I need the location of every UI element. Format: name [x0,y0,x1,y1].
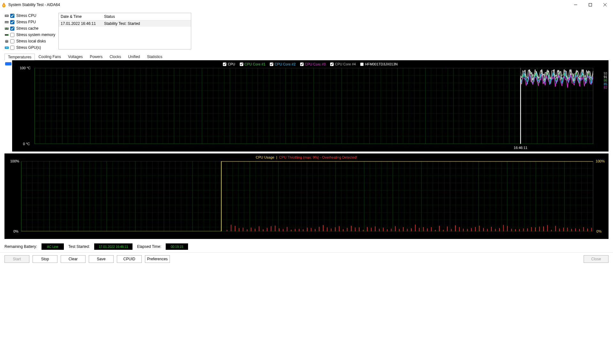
legend-checkbox[interactable] [360,63,364,66]
legend-item[interactable]: HFM001TD3JX013N [360,62,397,66]
scrollbar-thumb[interactable] [5,62,11,65]
legend-label: CPU [228,62,235,66]
event-col-datetime[interactable]: Date & Time [59,13,102,20]
stress-label: Stress FPU [16,20,36,24]
chart-tab[interactable]: Cooling Fans [35,53,64,60]
app-icon [1,2,6,7]
legend-label: CPU Core #1 [245,62,265,66]
svg-point-17 [5,41,8,43]
preferences-button[interactable]: Preferences [145,255,170,263]
status-bar: Remaining Battery: AC Line Test Started:… [0,239,613,252]
stress-label: Stress GPU(s) [16,45,41,50]
titlebar: System Stability Test - AIDA64 [0,0,613,10]
hardware-icon [4,14,9,18]
temp-current-value: 82 [604,86,607,89]
usage-chart[interactable]: CPU Usage | CPU Throttling (max: 9%) - O… [4,153,609,239]
close-app-button[interactable]: Close [584,255,609,263]
temp-current-value: 85 [604,82,607,86]
svg-rect-12 [5,34,6,35]
stress-label: Stress cache [16,26,38,31]
chart-tab[interactable]: Clocks [106,53,125,60]
stress-label: Stress system memory [16,33,55,37]
svg-rect-9 [5,28,6,28]
stress-checkbox[interactable] [10,46,14,50]
hardware-icon [4,46,9,49]
legend-item[interactable]: CPU [223,62,235,66]
event-log-blank [59,27,191,49]
legend-label: HFM001TD3JX013N [365,62,397,66]
stress-checkbox[interactable] [10,26,14,31]
minimize-button[interactable] [568,0,583,10]
legend-checkbox[interactable] [270,63,273,66]
svg-rect-10 [7,28,8,28]
cpuid-button[interactable]: CPUID [117,255,142,263]
battery-label: Remaining Battery: [4,244,37,249]
chart-tab[interactable]: Powers [86,53,106,60]
stress-label: Stress local disks [16,39,46,43]
legend-checkbox[interactable] [240,63,243,66]
svg-rect-19 [5,47,8,48]
temp-xtick: 16:46:11 [514,146,527,150]
stress-option[interactable]: Stress system memory [4,32,55,38]
clear-button[interactable]: Clear [61,255,86,263]
stress-option[interactable]: Stress local disks [4,38,55,44]
started-value: 17.01.2022 16:46:11 [94,243,132,250]
close-button[interactable] [598,0,612,10]
stress-checkbox[interactable] [10,33,14,37]
stress-option[interactable]: Stress CPU [4,13,55,19]
temp-chart-scrollbar[interactable] [4,60,12,152]
chart-tab[interactable]: Unified [125,53,143,60]
legend-item[interactable]: CPU Core #2 [270,62,295,66]
event-row[interactable]: 17.01.2022 16:46:11 Stability Test: Star… [59,20,191,27]
temperature-chart[interactable]: CPUCPU Core #1CPU Core #2CPU Core #3CPU … [12,60,609,152]
svg-text:123: 123 [5,21,9,23]
usage-ymin-right: 0% [596,229,602,233]
temp-ymin: 0 °C [23,142,30,146]
stress-option[interactable]: 123Stress FPU [4,19,55,25]
legend-label: CPU Core #4 [335,62,356,66]
svg-rect-13 [6,34,7,35]
svg-rect-1 [589,4,592,6]
event-cell-status: Stability Test: Started [102,20,191,27]
chart-tab[interactable]: Statistics [144,53,166,60]
legend-checkbox[interactable] [330,63,334,66]
svg-rect-28 [21,161,593,231]
event-col-status[interactable]: Status [102,13,191,20]
legend-item[interactable]: CPU Core #3 [300,62,326,66]
legend-checkbox[interactable] [300,63,304,66]
legend-item[interactable]: CPU Core #1 [240,62,265,66]
svg-rect-22 [34,68,593,144]
event-log-table[interactable]: Date & Time Status 17.01.2022 16:46:11 S… [58,13,191,49]
legend-item[interactable]: CPU Core #4 [330,62,356,66]
started-label: Test Started: [68,244,90,249]
stop-button[interactable]: Stop [33,255,57,263]
stress-option[interactable]: Stress GPU(s) [4,45,55,50]
legend-label: CPU Core #2 [275,62,295,66]
usage-header-bad: CPU Throttling (max: 9%) - Overheating D… [279,155,357,159]
usage-plot-svg [21,161,593,231]
elapsed-label: Elapsed Time: [137,244,161,249]
usage-ymax-left: 100% [10,159,19,163]
temp-ymax: 100 °C [20,66,31,70]
hardware-icon: 123 [4,20,9,24]
save-button[interactable]: Save [89,255,114,263]
event-cell-datetime: 17.01.2022 16:46:11 [59,20,102,27]
chart-tabs: TemperaturesCooling FansVoltagesPowersCl… [0,53,613,60]
legend-label: CPU Core #3 [305,62,326,66]
stress-checkbox[interactable] [10,39,14,43]
stress-option[interactable]: Stress cache [4,26,55,31]
chart-tab[interactable]: Voltages [64,53,86,60]
chart-tab[interactable]: Temperatures [4,54,35,60]
legend-checkbox[interactable] [223,63,226,66]
start-button[interactable]: Start [4,255,29,263]
usage-ymax-right: 100% [596,159,605,163]
stress-checkbox[interactable] [10,14,14,18]
maximize-button[interactable] [583,0,598,10]
stress-option-list: Stress CPU123Stress FPUStress cacheStres… [4,13,55,50]
stress-checkbox[interactable] [10,20,14,24]
svg-rect-5 [5,15,8,16]
temp-plot-svg [34,68,593,144]
svg-rect-14 [7,34,8,35]
usage-header-ok: CPU Usage [256,155,274,159]
hardware-icon [4,27,9,30]
